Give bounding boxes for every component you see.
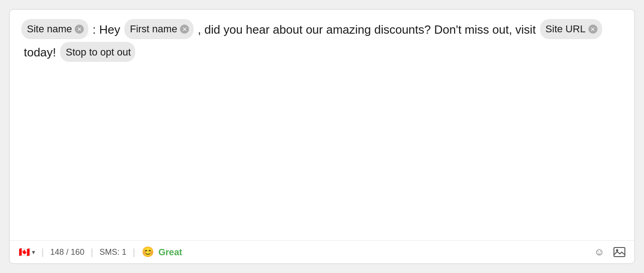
- site-name-chip[interactable]: Site name ✕: [21, 19, 88, 39]
- footer-right-actions: ☺: [594, 246, 625, 258]
- sms-editor: Site name ✕ : Hey First name ✕ , did you…: [9, 9, 635, 264]
- editor-body[interactable]: Site name ✕ : Hey First name ✕ , did you…: [10, 10, 634, 240]
- emoji-picker-button[interactable]: ☺: [594, 246, 604, 258]
- stop-opt-out-chip[interactable]: Stop to opt out: [60, 42, 135, 62]
- site-name-close-icon[interactable]: ✕: [75, 25, 84, 34]
- country-selector[interactable]: 🇨🇦 ▾: [19, 247, 35, 258]
- char-count: 148 / 160: [50, 248, 84, 257]
- quality-emoji-icon: 😊: [142, 246, 154, 258]
- text-hey: : Hey: [89, 20, 123, 40]
- divider-3: |: [133, 247, 135, 258]
- svg-rect-0: [614, 248, 625, 257]
- stop-opt-out-label: Stop to opt out: [66, 44, 131, 61]
- divider-2: |: [91, 247, 93, 258]
- site-url-label: Site URL: [546, 20, 586, 37]
- divider-1: |: [41, 247, 44, 258]
- site-url-chip[interactable]: Site URL ✕: [540, 19, 602, 39]
- flag-dropdown-arrow-icon: ▾: [32, 248, 35, 256]
- first-name-label: First name: [130, 20, 177, 37]
- canada-flag-icon: 🇨🇦: [19, 247, 30, 258]
- text-today: today!: [20, 42, 59, 62]
- svg-point-1: [616, 249, 618, 252]
- editor-footer: 🇨🇦 ▾ | 148 / 160 | SMS: 1 | 😊 Great ☺: [10, 240, 634, 263]
- first-name-close-icon[interactable]: ✕: [180, 25, 189, 34]
- site-url-close-icon[interactable]: ✕: [588, 25, 598, 34]
- image-insert-button[interactable]: [613, 247, 625, 257]
- sms-count: SMS: 1: [99, 248, 126, 257]
- first-name-chip[interactable]: First name ✕: [124, 19, 194, 39]
- quality-label: Great: [158, 247, 182, 258]
- site-name-label: Site name: [27, 20, 72, 37]
- text-discount: , did you hear about our amazing discoun…: [194, 20, 539, 40]
